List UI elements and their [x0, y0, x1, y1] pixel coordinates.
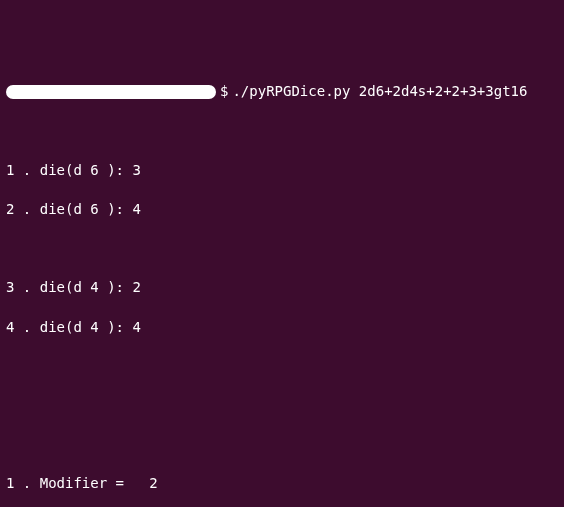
die-roll-line: 2 . die(d 6 ): 4: [6, 200, 558, 220]
die-roll-line: 1 . die(d 6 ): 3: [6, 161, 558, 181]
prompt-line-1: $ ./pyRPGDice.py 2d6+2d4s+2+2+3+3gt16: [6, 82, 558, 102]
command-text: ./pyRPGDice.py 2d6+2d4s+2+2+3+3gt16: [232, 82, 527, 102]
die-roll-line: 3 . die(d 4 ): 2: [6, 278, 558, 298]
redacted-user-host: [6, 85, 216, 99]
die-roll-line: 4 . die(d 4 ): 4: [6, 318, 558, 338]
modifier-line: 1 . Modifier = 2: [6, 474, 558, 494]
prompt-dollar: $: [220, 82, 228, 102]
